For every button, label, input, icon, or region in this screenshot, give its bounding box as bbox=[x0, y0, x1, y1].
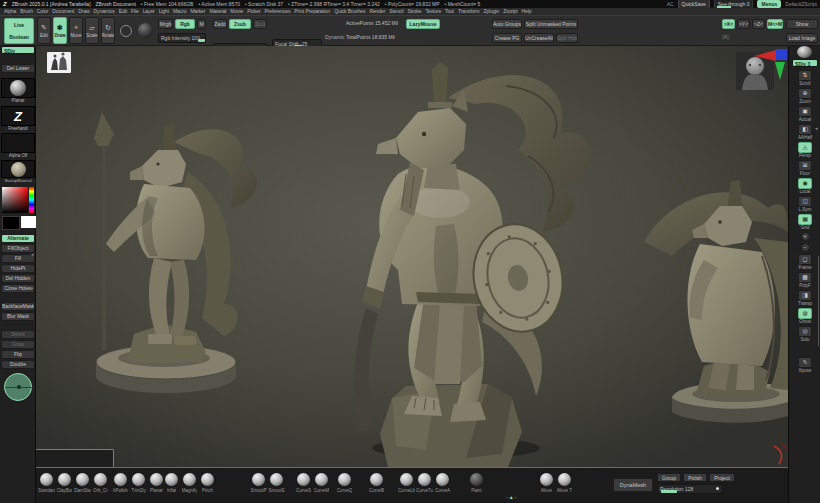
dynamesh-group-button[interactable]: Group bbox=[657, 473, 681, 482]
menu-item[interactable]: Zscript bbox=[503, 8, 517, 15]
menu-item[interactable]: Dynamics bbox=[94, 8, 115, 15]
brush-tray-pager[interactable]: –▲– bbox=[506, 494, 517, 500]
right-tray-button[interactable]: ⇅Scroll bbox=[792, 70, 818, 87]
right-tray-button[interactable]: ◉Local bbox=[792, 178, 818, 195]
menu-item[interactable]: Print Preparation bbox=[294, 8, 330, 15]
dynamic-label[interactable]: Dynamic bbox=[325, 33, 344, 41]
mirror-y-button[interactable]: >Y< bbox=[737, 19, 750, 29]
right-tray-button[interactable]: ▦Grid bbox=[792, 214, 818, 231]
main-color-swatch[interactable] bbox=[2, 216, 20, 230]
dynamesh-polish-button[interactable]: Polish bbox=[683, 473, 707, 482]
brush-item[interactable]: Move bbox=[538, 473, 555, 494]
right-tray-button[interactable]: − bbox=[792, 243, 818, 253]
default-zscript-button[interactable]: DefaultZScript bbox=[785, 0, 817, 8]
right-tray-button[interactable]: ◫L.Sym bbox=[792, 196, 818, 213]
brush-item[interactable]: TrimDy bbox=[130, 473, 147, 494]
brush-item[interactable]: Paint bbox=[468, 473, 485, 494]
mode-tool-button[interactable]: ▱Scale bbox=[85, 17, 99, 44]
dynamesh-button[interactable]: DynaMesh bbox=[613, 478, 653, 492]
brush-selector[interactable]: Planar bbox=[1, 68, 35, 104]
mirror-z-button[interactable]: >Z< bbox=[752, 19, 765, 29]
brush-item[interactable]: Inflat bbox=[163, 473, 180, 494]
right-tray-button[interactable]: ⊕Zoom bbox=[792, 88, 818, 105]
menu-item[interactable]: Layer bbox=[143, 8, 155, 15]
mrgb-button[interactable]: Mrgb bbox=[158, 19, 173, 29]
left-tray-collapse-arrow-icon[interactable]: ◂ bbox=[31, 252, 34, 257]
menu-item[interactable]: Light bbox=[159, 8, 169, 15]
right-tray-button[interactable]: ⊞Floor bbox=[792, 160, 818, 177]
rgb-button[interactable]: Rgb bbox=[175, 19, 195, 29]
menu-item[interactable]: Quick Brushes bbox=[334, 8, 365, 15]
right-tray-collapse-arrow-icon[interactable]: ◂ bbox=[815, 126, 818, 131]
bpr-render-button[interactable] bbox=[797, 46, 812, 58]
menu-item[interactable]: Preferences bbox=[265, 8, 291, 15]
brush-item[interactable]: Magnify bbox=[181, 473, 198, 494]
dynamesh-resolution-slider[interactable]: Resolution 128 bbox=[657, 484, 723, 494]
sculpt-viewport[interactable] bbox=[36, 46, 788, 467]
mode-tool-button[interactable]: ✎Edit bbox=[37, 17, 51, 44]
sdiv-slider[interactable]: SDiv bbox=[1, 46, 35, 54]
hue-strip[interactable] bbox=[29, 187, 34, 213]
left-tray-button[interactable]: HidePt bbox=[1, 264, 35, 273]
menu-item[interactable]: Picker bbox=[247, 8, 260, 15]
left-tray-button[interactable]: Del Hidden bbox=[1, 274, 35, 283]
current-brush-sphere-icon[interactable] bbox=[138, 23, 153, 38]
brush-item[interactable]: DamSta bbox=[74, 473, 91, 494]
crease-pg-button[interactable]: Crease PG bbox=[492, 33, 522, 43]
brush-item[interactable]: Move T bbox=[556, 473, 573, 494]
brush-item[interactable]: CurveS bbox=[295, 473, 312, 494]
menu-item[interactable]: Render bbox=[369, 8, 385, 15]
left-tray-button[interactable]: Grow bbox=[1, 340, 35, 349]
split-hidden-button[interactable]: Split Hidden bbox=[556, 33, 578, 43]
auto-groups-button[interactable]: Auto Groups bbox=[492, 19, 522, 29]
left-tray-button[interactable]: Fill bbox=[1, 254, 35, 263]
brush-item[interactable]: CurveTu bbox=[416, 473, 433, 494]
left-tray-button[interactable]: Shrink bbox=[1, 330, 35, 339]
menu-item[interactable]: Macro bbox=[173, 8, 186, 15]
right-tray-button[interactable]: ⇖Xpose bbox=[792, 357, 818, 374]
stroke-selector[interactable]: Z Freehand bbox=[1, 106, 35, 132]
alpha-selector[interactable]: Alpha Off bbox=[1, 133, 35, 159]
menu-item[interactable]: Movie bbox=[230, 8, 243, 15]
gyro-widget[interactable] bbox=[4, 373, 32, 401]
brush-item[interactable]: Orb_Cr bbox=[92, 473, 109, 494]
live-boolean-button[interactable]: Live Boolean bbox=[4, 18, 34, 44]
left-tray-button[interactable]: Alternate bbox=[1, 234, 35, 243]
menu-item[interactable]: Stroke bbox=[408, 8, 422, 15]
menu-item[interactable]: Tool bbox=[445, 8, 454, 15]
show-button[interactable]: Show bbox=[786, 19, 818, 29]
color-picker[interactable] bbox=[2, 187, 34, 213]
brush-item[interactable]: SmootP bbox=[250, 473, 267, 494]
right-tray-button[interactable]: ◻Frame bbox=[792, 254, 818, 271]
left-tray-button[interactable]: Close Holes bbox=[1, 284, 35, 293]
secondary-color-swatch[interactable] bbox=[21, 216, 36, 228]
menu-item[interactable]: Brush bbox=[20, 8, 33, 15]
saturation-square[interactable] bbox=[2, 187, 28, 213]
menu-item[interactable]: Marker bbox=[190, 8, 205, 15]
mirror-x-button[interactable]: >X< bbox=[722, 19, 735, 29]
brush-item[interactable]: Standard bbox=[38, 473, 55, 494]
rgb-intensity-slider[interactable]: Rgb Intensity 100 bbox=[158, 33, 206, 43]
mode-tool-button[interactable]: +Move bbox=[69, 17, 83, 44]
brush-item[interactable]: CurveLb bbox=[398, 473, 415, 494]
menu-item[interactable]: Stencil bbox=[389, 8, 403, 15]
tool-thumbnail[interactable] bbox=[47, 52, 71, 73]
menu-item[interactable]: Help bbox=[522, 8, 532, 15]
zcut-button[interactable]: Zcut bbox=[253, 19, 267, 29]
zsub-button[interactable]: Zsub bbox=[229, 19, 251, 29]
brush-item[interactable]: CurveQ bbox=[336, 473, 353, 494]
m-button[interactable]: M bbox=[197, 19, 206, 29]
brush-item[interactable]: SmootS bbox=[268, 473, 285, 494]
left-tray-button[interactable]: BackfaceMask bbox=[1, 302, 35, 311]
left-tray-button[interactable]: Double bbox=[1, 360, 35, 369]
mirror-weld-button[interactable]: M<>M bbox=[767, 19, 783, 29]
brush-item[interactable]: hPolish bbox=[112, 473, 129, 494]
brush-item[interactable]: CurveM bbox=[313, 473, 330, 494]
right-tray-button[interactable]: ▣Actual bbox=[792, 106, 818, 123]
brush-preview-ring-icon[interactable] bbox=[120, 25, 132, 37]
load-image-button[interactable]: Load Image bbox=[786, 33, 818, 43]
menu-item[interactable]: Zplugin bbox=[484, 8, 500, 15]
menu-item[interactable]: Alpha bbox=[4, 8, 16, 15]
sdiv3-slider[interactable]: SDiv 3 bbox=[792, 59, 818, 67]
menu-item[interactable]: Material bbox=[209, 8, 226, 15]
